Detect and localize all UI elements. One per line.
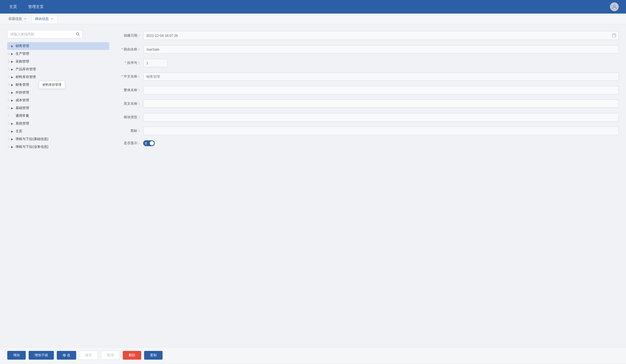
expand-icon-popup-biz[interactable]: ▶: [10, 145, 14, 149]
tree-item-production[interactable]: ⠿ ▶ 生产管理: [7, 50, 109, 58]
tree-label-production: 生产管理: [16, 52, 29, 56]
nav-home[interactable]: 主页: [7, 3, 19, 10]
traditional-name-row: 繁体名称：: [119, 86, 619, 94]
create-date-row: 创建日期：: [119, 31, 619, 40]
tree-item-constants[interactable]: ⠿ 通用常量: [7, 112, 109, 120]
display-toggle[interactable]: 是: [143, 140, 155, 146]
tree-item-popup-basic[interactable]: ⠿ ▶ 弹框与下拉(基础信息): [7, 135, 109, 143]
tree-item-basic[interactable]: ⠿ ▶ 基础管理: [7, 104, 109, 112]
tree-item-sales[interactable]: ⠿ ▶ 销售管理: [7, 42, 109, 50]
en-name-input[interactable]: [143, 99, 619, 108]
expand-icon-cost[interactable]: ▶: [10, 99, 14, 102]
icon-row: 图标：: [119, 127, 619, 135]
add-button[interactable]: 增加: [7, 351, 26, 360]
icon-label: 图标：: [119, 129, 141, 133]
drag-handle: ⠿: [7, 75, 9, 79]
expand-icon-material-storage[interactable]: ▶: [10, 75, 14, 79]
create-date-label: 创建日期：: [119, 33, 141, 38]
expand-icon-constants: [10, 114, 14, 118]
svg-point-0: [613, 5, 616, 7]
tree-item-system[interactable]: ⠿ ▶ 系统管理: [7, 120, 109, 128]
expand-icon-system[interactable]: ▶: [10, 122, 14, 126]
tab-route-info[interactable]: 路由信息 ✕: [32, 15, 57, 23]
search-icon: [76, 32, 80, 36]
tree-label-system: 系统管理: [16, 121, 29, 126]
tree-label-popup-basic: 弹框与下拉(基础信息): [16, 137, 48, 141]
tree-label-material-storage: 材料库存管理: [16, 75, 36, 79]
header: 主页 管理主页: [0, 0, 626, 14]
drag-handle: ⠿: [7, 44, 9, 48]
search-input[interactable]: [7, 30, 74, 38]
tab-container-info[interactable]: 容器信息 ✕: [5, 15, 31, 23]
expand-icon-finance[interactable]: ▶: [10, 83, 14, 87]
tree-item-outsource[interactable]: ⠿ ▶ 外协管理: [7, 89, 109, 97]
tree-item-cost[interactable]: ⠿ ▶ 成本管理: [7, 97, 109, 104]
zh-name-input[interactable]: [143, 72, 619, 81]
left-panel: ⠿ ▶ 销售管理 ⠿ ▶ 生产管理 ⠿ ▶ 采购管理 ⠿ ▶ 产品: [7, 30, 109, 151]
save-button[interactable]: 保存: [79, 351, 98, 360]
module-type-label: 模块类型：: [119, 115, 141, 120]
route-name-input[interactable]: [143, 45, 619, 54]
search-button[interactable]: [74, 30, 82, 38]
route-name-row: 路由名称：: [119, 45, 619, 54]
tree-label-purchase: 采购管理: [16, 59, 29, 64]
expand-icon-outsource[interactable]: ▶: [10, 91, 14, 95]
tree-item-popup-biz[interactable]: ⠿ ▶ 弹框与下拉(业务信息): [7, 143, 109, 151]
tree-label-popup-biz: 弹框与下拉(业务信息): [16, 145, 48, 149]
tree-item-purchase[interactable]: ⠿ ▶ 采购管理: [7, 58, 109, 66]
icon-input[interactable]: [143, 127, 619, 135]
copy-button[interactable]: 复制: [144, 351, 162, 360]
display-toggle-wrapper: 是: [143, 140, 155, 146]
tab-container-info-close[interactable]: ✕: [24, 17, 27, 21]
create-date-input[interactable]: [143, 32, 610, 39]
tree-item-product-storage[interactable]: ⠿ ▶ 产品库存管理: [7, 66, 109, 73]
expand-icon-popup-basic[interactable]: ▶: [10, 137, 14, 141]
main-content: ⠿ ▶ 销售管理 ⠿ ▶ 生产管理 ⠿ ▶ 采购管理 ⠿ ▶ 产品: [0, 24, 626, 347]
drag-handle: ⠿: [7, 145, 9, 149]
expand-icon-product-storage[interactable]: ▶: [10, 67, 14, 71]
en-name-label: 英文名称：: [119, 101, 141, 106]
content-layout: ⠿ ▶ 销售管理 ⠿ ▶ 生产管理 ⠿ ▶ 采购管理 ⠿ ▶ 产品: [7, 30, 619, 151]
toggle-track: 是: [143, 140, 155, 146]
right-panel: 创建日期： 路由名称：: [119, 30, 619, 151]
tree-item-material-storage[interactable]: ⠿ ▶ 材料库存管理 材料库存管理: [7, 73, 109, 81]
add-child-button[interactable]: 增加子级: [29, 351, 54, 360]
sort-row: 排序号：: [119, 59, 619, 67]
sort-input[interactable]: [143, 59, 167, 67]
expand-icon-basic[interactable]: ▶: [10, 106, 14, 110]
drag-handle: ⠿: [7, 130, 9, 133]
edit-button[interactable]: 修 改: [57, 351, 76, 360]
material-storage-tooltip: 材料库存管理: [39, 81, 65, 89]
display-label: 是否显示：: [119, 141, 141, 145]
zh-name-label: 中文名称：: [119, 74, 141, 79]
nav-admin[interactable]: 管理主页: [26, 3, 46, 10]
drag-handle: ⠿: [7, 137, 9, 141]
delete-button[interactable]: 删除: [123, 351, 141, 360]
footer: 增加 增加子级 修 改 保存 取消 删除 复制: [0, 347, 626, 363]
traditional-name-input[interactable]: [143, 86, 619, 94]
zh-name-row: 中文名称：: [119, 72, 619, 81]
expand-icon-sales[interactable]: ▶: [10, 44, 14, 48]
toggle-thumb: [150, 141, 154, 145]
drag-handle: ⠿: [7, 60, 9, 64]
tree-label-cost: 成本管理: [16, 98, 29, 102]
avatar[interactable]: [610, 2, 619, 11]
tree-item-main-page[interactable]: ⠿ ▶ 主页: [7, 128, 109, 135]
drag-handle: ⠿: [7, 106, 9, 110]
drag-handle: ⠿: [7, 122, 9, 126]
drag-handle: ⠿: [7, 83, 9, 87]
header-nav: 主页 管理主页: [7, 3, 46, 10]
expand-icon-production[interactable]: ▶: [10, 52, 14, 56]
drag-handle: ⠿: [7, 91, 9, 95]
module-type-row: 模块类型：: [119, 113, 619, 121]
drag-handle: ⠿: [7, 114, 9, 118]
tab-route-info-close[interactable]: ✕: [50, 17, 54, 21]
drag-handle: ⠿: [7, 52, 9, 56]
cancel-button[interactable]: 取消: [101, 351, 120, 360]
expand-icon-purchase[interactable]: ▶: [10, 60, 14, 64]
module-type-input[interactable]: [143, 113, 619, 121]
calendar-icon[interactable]: [610, 31, 619, 40]
expand-icon-main-page[interactable]: ▶: [10, 130, 14, 133]
tab-container-info-label: 容器信息: [8, 17, 22, 21]
sort-label: 排序号：: [119, 61, 141, 65]
